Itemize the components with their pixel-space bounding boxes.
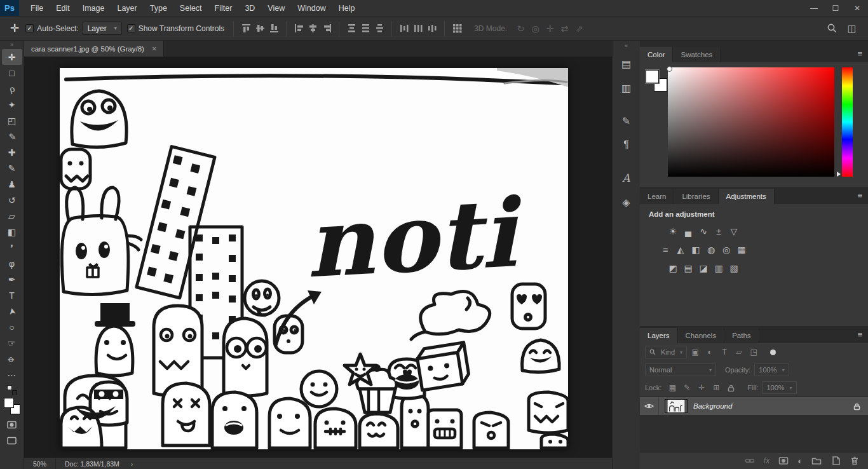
panel-menu-icon[interactable]: ≡ <box>851 47 868 62</box>
eraser-tool[interactable]: ▱ <box>2 208 22 224</box>
distribute-vertical-centers-icon[interactable] <box>360 23 371 34</box>
tab-channels[interactable]: Channels <box>678 328 725 343</box>
restore-button[interactable]: ☐ <box>825 0 846 17</box>
layer-filter-kind-dropdown[interactable]: Kind ▾ <box>645 346 687 358</box>
menu-help[interactable]: Help <box>332 0 362 17</box>
align-bottom-edges-icon[interactable] <box>269 23 280 34</box>
pen-tool[interactable]: ✒ <box>2 271 22 287</box>
invert-icon[interactable]: ◩ <box>665 261 681 275</box>
document-tab[interactable]: cara scanner1.jpg @ 50% (Gray/8) × <box>24 41 164 57</box>
menu-view[interactable]: View <box>261 0 291 17</box>
hue-slider-marker[interactable] <box>837 172 841 177</box>
blur-tool[interactable]: ❜ <box>2 240 22 255</box>
distribute-top-edges-icon[interactable] <box>346 23 357 34</box>
tab-color[interactable]: Color <box>640 47 673 62</box>
selective-color-icon[interactable]: ▧ <box>726 261 742 275</box>
character-panel-icon[interactable]: A <box>616 168 637 188</box>
minimize-button[interactable]: — <box>803 0 825 17</box>
zoom-level[interactable]: 50% <box>24 458 56 469</box>
tab-layers[interactable]: Layers <box>640 328 678 343</box>
link-layers-icon[interactable] <box>745 456 755 466</box>
delete-layer-icon[interactable] <box>850 456 860 466</box>
eyedropper-tool[interactable]: ✐ <box>2 128 22 144</box>
menu-3d[interactable]: 3D <box>238 0 261 17</box>
levels-icon[interactable]: ▄ <box>681 224 696 238</box>
default-colors-icon[interactable] <box>7 385 17 395</box>
filter-shape-layers-icon[interactable]: ▱ <box>733 346 745 358</box>
canvas-viewport[interactable]: noti <box>24 57 612 458</box>
crop-tool[interactable]: ◰ <box>2 112 22 128</box>
gradient-map-icon[interactable]: ▥ <box>711 261 726 275</box>
foreground-color-well[interactable] <box>646 70 659 83</box>
lock-position-icon[interactable]: ✛ <box>695 382 708 393</box>
align-top-edges-icon[interactable] <box>241 23 252 34</box>
color-lookup-icon[interactable]: ▦ <box>734 243 749 256</box>
document-canvas[interactable]: noti <box>60 68 568 449</box>
lock-all-icon[interactable] <box>724 382 737 393</box>
close-button[interactable]: ✕ <box>846 0 868 17</box>
tab-close-icon[interactable]: × <box>152 44 157 53</box>
swatches-panel-icon[interactable]: ▥ <box>616 78 637 98</box>
type-tool[interactable]: T <box>2 287 22 303</box>
screen-mode-button[interactable] <box>6 435 17 446</box>
filter-type-layers-icon[interactable]: T <box>718 346 731 358</box>
auto-select-checkbox[interactable]: ✓ <box>25 24 34 32</box>
distribute-left-edges-icon[interactable] <box>399 23 410 34</box>
dodge-tool[interactable]: φ <box>2 255 22 271</box>
lock-transparency-icon[interactable]: ▦ <box>666 382 679 393</box>
tab-paths[interactable]: Paths <box>724 328 759 343</box>
saturation-brightness-field[interactable] <box>668 67 834 177</box>
threshold-icon[interactable]: ◪ <box>696 261 711 275</box>
lasso-tool[interactable]: ρ <box>2 81 22 97</box>
hue-slider[interactable] <box>842 67 853 177</box>
menu-window[interactable]: Window <box>291 0 332 17</box>
align-horizontal-centers-icon[interactable] <box>308 23 318 34</box>
tab-learn[interactable]: Learn <box>640 189 674 204</box>
paragraph-panel-icon[interactable]: ¶ <box>616 135 637 155</box>
quick-mask-button[interactable] <box>6 419 17 430</box>
move-tool[interactable]: ✛ <box>2 49 22 65</box>
channel-mixer-icon[interactable]: ◎ <box>719 243 734 256</box>
tab-swatches[interactable]: Swatches <box>673 47 721 62</box>
lock-pixels-icon[interactable]: ✎ <box>681 382 693 393</box>
align-right-edges-icon[interactable] <box>322 23 332 34</box>
menu-edit[interactable]: Edit <box>50 0 76 17</box>
panel-menu-icon[interactable]: ≡ <box>851 328 868 343</box>
posterize-icon[interactable]: ▤ <box>681 261 696 275</box>
distribute-spacing-icon[interactable] <box>452 23 463 34</box>
spot-healing-brush-tool[interactable]: ✚ <box>2 144 22 160</box>
properties-panel-icon[interactable]: ▤ <box>616 53 637 74</box>
new-adjustment-layer-icon[interactable]: ◐ <box>797 456 803 466</box>
status-options-chevron[interactable]: › <box>128 460 136 468</box>
color-balance-icon[interactable]: ◭ <box>673 243 688 256</box>
menu-image[interactable]: Image <box>76 0 111 17</box>
quick-selection-tool[interactable]: ✦ <box>2 97 22 112</box>
brush-tool[interactable]: ✎ <box>2 160 22 176</box>
panel-expand-icon[interactable]: « <box>625 43 628 51</box>
hand-tool[interactable]: ☞ <box>2 335 22 351</box>
history-brush-tool[interactable]: ↺ <box>2 192 22 208</box>
new-group-icon[interactable] <box>811 456 822 466</box>
tab-libraries[interactable]: Libraries <box>674 189 718 204</box>
layer-visibility-toggle[interactable] <box>640 397 659 415</box>
blend-mode-dropdown[interactable]: Normal ▾ <box>645 364 716 376</box>
3d-panel-icon[interactable]: ◈ <box>616 192 637 212</box>
gradient-tool[interactable]: ◧ <box>2 224 22 240</box>
layer-style-icon[interactable]: fx <box>764 456 770 465</box>
align-left-edges-icon[interactable] <box>294 23 304 34</box>
layer-name[interactable]: Background <box>693 402 732 410</box>
zoom-tool[interactable]: ⌀ <box>2 351 22 367</box>
clone-stamp-tool[interactable]: ♟ <box>2 176 22 192</box>
exposure-icon[interactable]: ± <box>711 224 726 238</box>
panel-menu-icon[interactable]: ≡ <box>851 189 868 204</box>
show-transform-checkbox[interactable]: ✓ <box>127 24 135 32</box>
vibrance-icon[interactable]: ▽ <box>726 224 742 238</box>
align-vertical-centers-icon[interactable] <box>255 23 266 34</box>
layer-filter-toggle[interactable] <box>770 350 776 355</box>
brightness-contrast-icon[interactable]: ☀ <box>665 224 681 238</box>
layer-lock-icon[interactable] <box>853 402 861 411</box>
add-layer-mask-icon[interactable] <box>778 456 789 466</box>
toolbar-collapse-icon[interactable]: » <box>10 41 13 49</box>
ellipse-tool[interactable]: ○ <box>2 319 22 335</box>
hue-saturation-icon[interactable]: ≡ <box>658 243 673 256</box>
